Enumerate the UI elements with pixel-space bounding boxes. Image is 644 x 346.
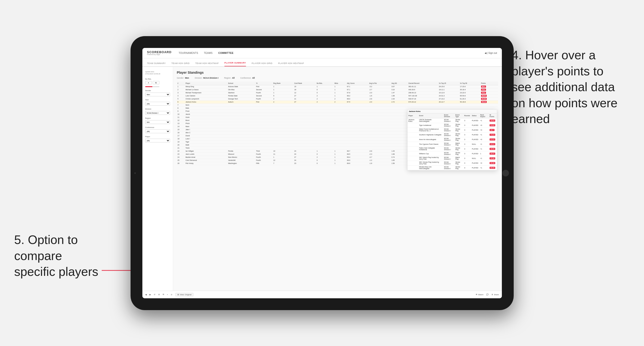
annotation-top-right: 4. Hover over a player's points to see a… <box>512 47 625 127</box>
points-badge[interactable]: 58.18 <box>481 101 487 103</box>
table-cell <box>334 143 346 147</box>
range-to-input[interactable] <box>153 81 160 84</box>
table-row[interactable]: 4Luke ClantonFlorida StateSecond5272168.… <box>177 94 498 97</box>
sidebar-gender-select[interactable]: Men <box>145 93 170 96</box>
toolbar-add-btn[interactable]: + <box>167 294 168 296</box>
table-cell-points[interactable]: 60.89 <box>480 97 498 100</box>
toolbar-view-btn[interactable]: ⊞ View: Original <box>175 293 194 296</box>
toolbar-watch-btn[interactable]: 👁 Watch <box>476 294 484 296</box>
sub-nav-team-h2h-grid[interactable]: TEAM H2H GRID <box>172 62 190 66</box>
table-cell: 50-16-8 <box>459 100 480 103</box>
table-row[interactable]: 2Michael La SassoOle MissSecond1180167.1… <box>177 88 498 91</box>
top-nav: SCOREBOARD Powered by clippi TOURNAMENTS… <box>142 48 502 58</box>
tooltip-points-badge: 73.23 <box>490 134 495 136</box>
toolbar-share2-btn[interactable]: ⬆ <box>158 294 160 296</box>
table-cell: 68.7 <box>346 150 368 153</box>
table-cell <box>256 116 273 119</box>
table-cell <box>273 110 294 113</box>
table-cell <box>273 116 294 119</box>
logo-area: SCOREBOARD Powered by clippi <box>147 50 172 55</box>
table-cell: Cole Sherwood <box>185 159 227 162</box>
sidebar-range-inputs <box>145 81 170 84</box>
table-cell <box>391 107 408 110</box>
table-row[interactable]: 6Jackson KoivuAuburnFirst2272267.5-2.02.… <box>177 100 498 103</box>
table-cell: 68.6 <box>346 162 368 165</box>
table-cell-points[interactable]: 68.54 <box>480 94 498 97</box>
nav-item-committee[interactable]: COMMITTEE <box>218 52 234 54</box>
table-row[interactable]: 5Christo LamprechtGeorgia TechFourth2212… <box>177 97 498 100</box>
sub-nav-player-h2h-heatmap[interactable]: PLAYER H2H HEATMAP <box>278 62 304 66</box>
table-cell: 2 <box>273 100 294 103</box>
tooltip-cell: PLAYED <box>471 161 479 165</box>
table-cell: -2.7 <box>368 88 391 91</box>
toolbar-comment-btn[interactable]: 💬 <box>486 294 488 296</box>
table-cell-points[interactable]: 70.2 <box>480 91 498 94</box>
toolbar-clock-btn[interactable]: ⊙ <box>171 294 172 296</box>
tooltip-cell-points: 24.11 <box>488 142 497 147</box>
toolbar-refresh-btn[interactable]: ↺ <box>154 294 156 296</box>
sidebar-year-select[interactable]: (All) <box>145 102 170 106</box>
sub-nav-team-summary[interactable]: TEAM SUMMARY <box>147 62 166 66</box>
table-cell <box>227 107 255 110</box>
page-title: Player Standings <box>177 71 498 74</box>
table-row[interactable]: 7Nichi <box>177 103 498 107</box>
table-cell <box>294 147 316 150</box>
table-cell-points[interactable] <box>480 103 498 107</box>
table-cell: -3.2 <box>368 85 391 88</box>
table-cell <box>316 116 334 119</box>
points-badge[interactable]: 88.2 <box>481 85 486 88</box>
nav-item-tournaments[interactable]: TOURNAMENTS <box>178 52 198 54</box>
table-cell <box>334 113 346 116</box>
sidebar-region-select[interactable]: N/A <box>145 120 170 124</box>
toolbar-share-btn[interactable]: ⬆ Share <box>492 294 499 296</box>
table-cell: Breni <box>185 119 227 122</box>
sign-out[interactable]: ◀ | Sign out <box>484 52 497 54</box>
tooltip-cell: 3 <box>463 123 471 128</box>
table-cell: 674-33-12 <box>408 100 438 103</box>
table-cell <box>346 107 368 110</box>
table-cell: 69.4 <box>346 156 368 159</box>
table-cell: 1 <box>334 156 346 159</box>
tooltip-th-div: Event Division <box>443 113 454 118</box>
toolbar-copy-btn[interactable]: ⧉ <box>163 293 164 296</box>
sub-nav-player-summary[interactable]: PLAYER SUMMARY <box>224 62 246 66</box>
table-cell: 20-12-7 <box>438 100 459 103</box>
table-cell: Fifth <box>256 162 273 165</box>
filter-conference-label: Conference: <box>240 77 251 79</box>
table-cell: Luke I <box>185 137 227 140</box>
sidebar-division-select[interactable]: NCAA Division I <box>145 111 170 115</box>
points-badge[interactable]: 76.3 <box>481 89 486 91</box>
table-cell <box>227 140 255 143</box>
table-cell <box>273 113 294 116</box>
table-cell: 1 <box>334 153 346 156</box>
table-cell <box>227 125 255 128</box>
toolbar-back-btn[interactable]: ◀ <box>145 294 147 296</box>
table-cell: 5 <box>177 97 185 100</box>
range-from-input[interactable] <box>145 81 152 84</box>
table-row[interactable]: 3Michael ThorbjornsenStanfordFourth11201… <box>177 91 498 94</box>
nav-item-teams[interactable]: TEAMS <box>204 52 212 54</box>
table-cell-points[interactable]: 76.3 <box>480 88 498 91</box>
points-badge[interactable]: 70.2 <box>481 92 486 94</box>
table-cell: 1.65 <box>391 159 408 162</box>
sidebar-division-label: Division <box>145 108 170 110</box>
sidebar-conference-select[interactable]: (All) <box>145 129 170 133</box>
table-cell: -1.6 <box>368 94 391 97</box>
tooltip-cell-points: 48.90 <box>488 147 497 151</box>
points-badge[interactable]: 68.54 <box>481 95 487 97</box>
sidebar-player-select[interactable]: (All) <box>145 139 170 142</box>
table-cell-points[interactable]: 88.2 <box>480 85 498 88</box>
tooltip-table-head: Player Event Event Division Event Type R… <box>408 113 497 118</box>
table-cell <box>334 125 346 128</box>
points-badge[interactable]: 60.89 <box>481 98 487 100</box>
table-cell: Mattl <box>185 143 227 147</box>
range-slider[interactable] <box>145 86 160 87</box>
table-cell-points[interactable]: 58.18 <box>480 100 498 103</box>
toolbar-forward-btn[interactable]: ▶ <box>150 294 151 296</box>
sub-nav-player-h2h-grid[interactable]: PLAYER H2H GRID <box>252 62 272 66</box>
table-cell <box>368 143 391 147</box>
table-row[interactable]: 1Wenyi DingArizona StateFirst1151167.1-3… <box>177 85 498 88</box>
sign-out-text[interactable]: Sign out <box>488 52 497 54</box>
table-cell <box>334 119 346 122</box>
sub-nav-team-h2h-heatmap[interactable]: TEAM H2H HEATMAP <box>195 62 219 66</box>
